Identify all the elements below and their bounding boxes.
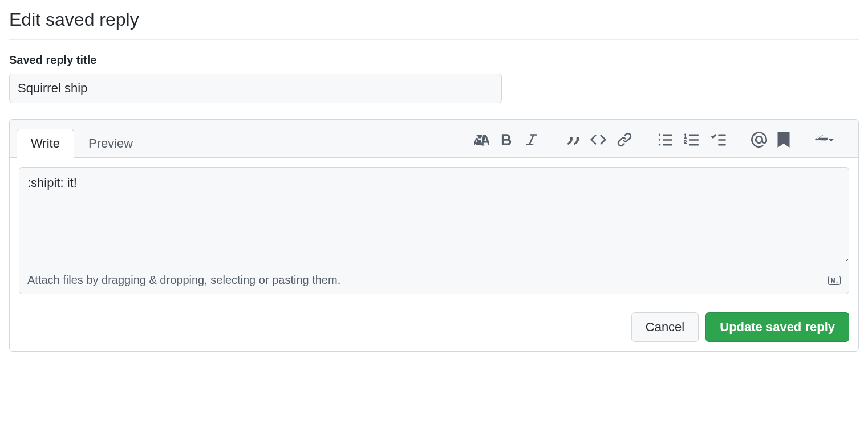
italic-icon[interactable] xyxy=(524,132,539,147)
cancel-button[interactable]: Cancel xyxy=(631,312,699,342)
mention-icon[interactable] xyxy=(751,132,767,148)
code-icon[interactable] xyxy=(590,132,606,148)
tab-header: Write Preview AA xyxy=(10,120,858,158)
title-label: Saved reply title xyxy=(9,54,859,67)
link-icon[interactable] xyxy=(616,132,632,148)
svg-text:A: A xyxy=(474,136,480,147)
bold-icon[interactable] xyxy=(499,132,514,147)
reply-dropdown-icon[interactable] xyxy=(815,132,837,147)
unordered-list-icon[interactable] xyxy=(658,132,674,148)
svg-text:A: A xyxy=(480,133,489,147)
page-title: Edit saved reply xyxy=(9,9,859,40)
attach-files-hint[interactable]: Attach files by dragging & dropping, sel… xyxy=(19,267,849,294)
comment-editor: Write Preview AA xyxy=(9,119,859,352)
ordered-list-icon[interactable] xyxy=(684,132,700,148)
tab-write[interactable]: Write xyxy=(17,129,74,158)
attach-hint-text: Attach files by dragging & dropping, sel… xyxy=(27,274,340,287)
body-textarea[interactable] xyxy=(19,168,849,264)
update-saved-reply-button[interactable]: Update saved reply xyxy=(705,312,849,342)
quote-icon[interactable] xyxy=(564,132,580,148)
title-input[interactable] xyxy=(9,74,502,103)
markdown-toolbar: AA xyxy=(464,132,851,154)
task-list-icon[interactable] xyxy=(710,132,726,148)
heading-icon[interactable]: AA xyxy=(474,132,489,147)
tab-preview[interactable]: Preview xyxy=(74,129,147,158)
saved-reply-icon[interactable] xyxy=(777,132,790,148)
markdown-help-icon[interactable]: M↓ xyxy=(828,276,841,285)
